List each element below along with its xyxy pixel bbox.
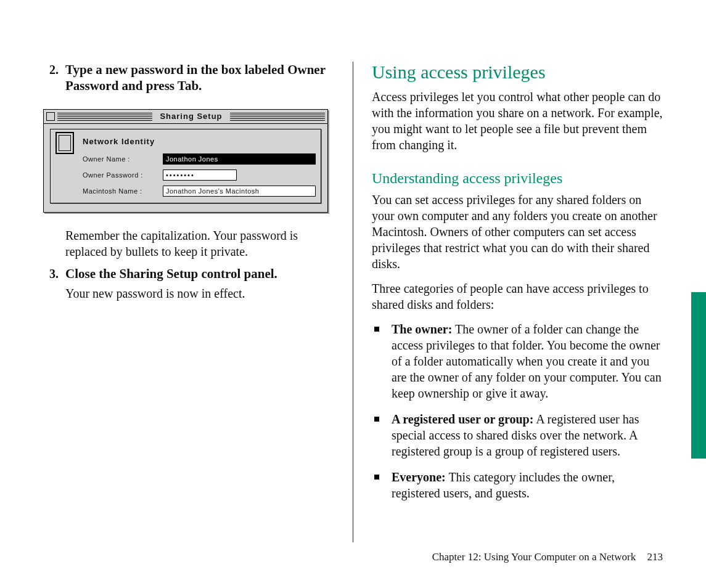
owner-name-row: Owner Name : Jonathon Jones	[55, 153, 316, 165]
intro-paragraph: Access privileges let you control what o…	[372, 89, 663, 153]
paragraph-understanding-1: You can set access privileges for any sh…	[372, 192, 663, 272]
owner-name-label: Owner Name :	[55, 155, 163, 163]
step-2-heading: Type a new password in the box labeled O…	[65, 62, 334, 94]
step-3-heading: Close the Sharing Setup control panel.	[65, 266, 334, 282]
window-title: Sharing Setup	[155, 112, 227, 121]
instruction-list: Type a new password in the box labeled O…	[43, 62, 334, 301]
paragraph-categories-intro: Three categories of people can have acce…	[372, 280, 663, 312]
owner-password-label: Owner Password :	[55, 171, 163, 179]
owner-password-row: Owner Password : ••••••••	[55, 169, 316, 181]
bullet-owner: The owner: The owner of a folder can cha…	[385, 321, 663, 401]
bullet-everyone: Everyone: This category includes the own…	[385, 469, 663, 501]
heading-using-access-privileges: Using access privileges	[372, 62, 663, 83]
page: Type a new password in the box labeled O…	[0, 0, 706, 588]
section-title: Network Identity	[83, 133, 316, 149]
bullet-registered-term: A registered user or group:	[392, 412, 533, 426]
owner-password-field[interactable]: ••••••••	[163, 169, 237, 181]
categories-list: The owner: The owner of a folder can cha…	[372, 321, 663, 501]
step-3: Close the Sharing Setup control panel. Y…	[62, 266, 334, 301]
content-columns: Type a new password in the box labeled O…	[43, 62, 663, 514]
network-identity-section: Network Identity Owner Name : Jonathon J…	[50, 129, 321, 203]
sharing-setup-window: Sharing Setup Network Identity Owner Nam…	[43, 109, 328, 213]
thumb-tab	[691, 292, 706, 459]
heading-understanding-access-privileges: Understanding access privileges	[372, 170, 663, 187]
bullet-owner-term: The owner:	[392, 322, 452, 336]
macintosh-name-field[interactable]: Jonathon Jones's Macintosh	[163, 186, 316, 197]
step-3-body: Your new password is now in effect.	[65, 285, 334, 301]
window-titlebar: Sharing Setup	[44, 110, 327, 124]
page-footer: Chapter 12: Using Your Computer on a Net…	[432, 551, 663, 563]
document-icon	[55, 132, 74, 154]
macintosh-name-row: Macintosh Name : Jonathon Jones's Macint…	[55, 186, 316, 197]
bullet-registered: A registered user or group: A registered…	[385, 411, 663, 459]
footer-page-number: 213	[647, 551, 663, 563]
macintosh-name-label: Macintosh Name :	[55, 187, 163, 195]
owner-name-field[interactable]: Jonathon Jones	[163, 153, 316, 165]
titlebar-stripe-right	[230, 112, 325, 121]
footer-chapter: Chapter 12: Using Your Computer on a Net…	[432, 551, 636, 563]
step-2-body: Remember the capitalization. Your passwo…	[65, 227, 334, 259]
window-body: Network Identity Owner Name : Jonathon J…	[44, 124, 327, 212]
close-box-icon[interactable]	[46, 112, 55, 121]
bullet-everyone-term: Everyone:	[392, 470, 446, 484]
right-column: Using access privileges Access privilege…	[353, 62, 663, 514]
step-2: Type a new password in the box labeled O…	[62, 62, 334, 259]
left-column: Type a new password in the box labeled O…	[43, 62, 353, 514]
sharing-setup-screenshot: Sharing Setup Network Identity Owner Nam…	[43, 109, 334, 213]
titlebar-stripe-left	[57, 112, 152, 121]
